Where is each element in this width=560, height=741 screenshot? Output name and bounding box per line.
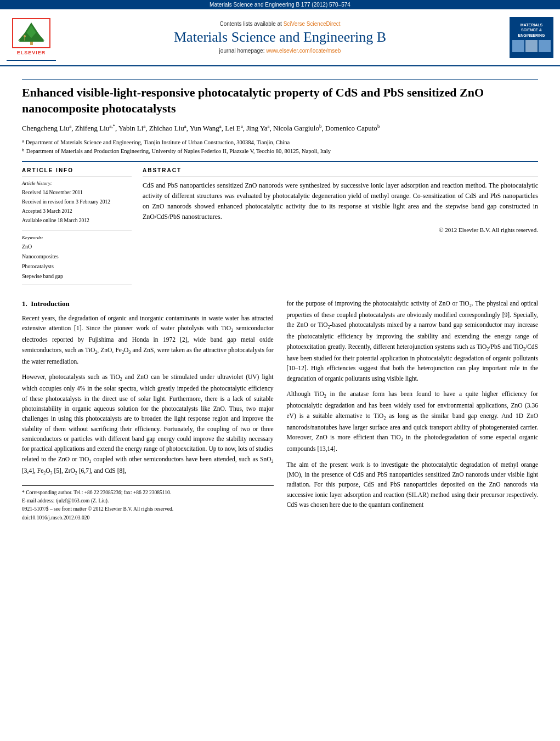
keyword-nanocomposites: Nanocomposites <box>22 252 132 262</box>
footnote-email: E-mail address: tjulzf@163.com (Z. Liu). <box>22 497 274 505</box>
top-divider <box>22 79 538 80</box>
article-info-label: ARTICLE INFO <box>22 167 132 173</box>
history-label: Article history: <box>22 180 132 186</box>
main-content: Enhanced visible-light-responsive photoc… <box>0 66 560 530</box>
abstract-col: ABSTRACT CdS and PbS nanoparticles sensi… <box>143 167 538 289</box>
svg-point-5 <box>24 35 26 37</box>
section-number: 1. <box>22 299 27 308</box>
section-divider <box>22 161 538 162</box>
affiliation-b: ᵇ Department of Materials and Production… <box>22 147 538 156</box>
body-right-col: for the purpose of improving the photoca… <box>287 298 539 522</box>
abstract-label: ABSTRACT <box>143 167 538 173</box>
authors-line: Chengcheng Liua, Zhifeng Liua,*, Yabin L… <box>22 123 538 134</box>
journal-reference-text: Materials Science and Engineering B 177 … <box>210 2 350 8</box>
homepage-url[interactable]: www.elsevier.com/locate/mseb <box>266 48 341 54</box>
keywords-label: Keywords: <box>22 235 132 240</box>
keyword-zno: ZnO <box>22 242 132 252</box>
section-name: Introduction <box>31 299 70 308</box>
body-left-col: 1. Introduction Recent years, the degrad… <box>22 298 274 522</box>
affiliation-a: ᵃ Department of Materials Science and En… <box>22 138 538 147</box>
footnote-star: * Corresponding author. Tel.: +86 22 230… <box>22 489 274 497</box>
available-date: Available online 18 March 2012 <box>22 216 132 225</box>
article-info-col: ARTICLE INFO Article history: Received 1… <box>22 167 132 289</box>
mseb-images <box>512 40 551 52</box>
info-mid-rule <box>22 230 132 230</box>
keyword-stepwise: Stepwise band gap <box>22 271 132 281</box>
copyright-line: © 2012 Elsevier B.V. All rights reserved… <box>143 227 538 233</box>
elsevier-logo: ELSEVIER <box>7 14 56 61</box>
right-para1: for the purpose of improving the photoca… <box>287 298 539 383</box>
elsevier-tree-icon <box>14 20 49 47</box>
mseb-logo: MATERIALS SCIENCE & ENGINEERING <box>504 17 553 58</box>
journal-reference-bar: Materials Science and Engineering B 177 … <box>0 0 560 9</box>
received-date: Received 14 November 2011 <box>22 188 132 197</box>
right-para3: The aim of the present work is to invest… <box>287 460 539 510</box>
info-bottom-rule <box>22 285 132 285</box>
keywords-section: Keywords: ZnO Nanocomposites Photocataly… <box>22 235 132 281</box>
revised-date: Received in revised form 3 February 2012 <box>22 197 132 207</box>
journal-center: Contents lists available at SciVerse Sci… <box>56 21 504 54</box>
journal-title: Materials Science and Engineering B <box>56 29 504 46</box>
mseb-title: MATERIALS SCIENCE & ENGINEERING <box>518 22 545 37</box>
footnote-area: * Corresponding author. Tel.: +86 22 230… <box>22 485 274 522</box>
mseb-logo-box: MATERIALS SCIENCE & ENGINEERING <box>510 17 553 58</box>
abstract-text: CdS and PbS nanoparticles sensitized ZnO… <box>143 180 538 223</box>
intro-para1: Recent years, the degradation of organic… <box>22 313 274 366</box>
body-two-col: 1. Introduction Recent years, the degrad… <box>22 298 538 522</box>
info-abstract-section: ARTICLE INFO Article history: Received 1… <box>22 167 538 289</box>
journal-header: ELSEVIER Contents lists available at Sci… <box>0 9 560 66</box>
elsevier-wordmark: ELSEVIER <box>17 50 46 55</box>
sciverse-link[interactable]: SciVerse ScienceDirect <box>284 21 341 27</box>
abstract-top-rule <box>143 177 538 177</box>
article-title: Enhanced visible-light-responsive photoc… <box>22 85 538 116</box>
affiliations: ᵃ Department of Materials Science and En… <box>22 138 538 156</box>
elsevier-logo-box <box>12 18 50 48</box>
body-content: 1. Introduction Recent years, the degrad… <box>22 298 538 522</box>
intro-para2: However, photocatalysts such as TiO2 and… <box>22 372 274 477</box>
mseb-image-3 <box>539 40 551 52</box>
info-top-rule <box>22 177 132 177</box>
homepage-link-text: journal homepage: www.elsevier.com/locat… <box>56 48 504 54</box>
intro-heading: 1. Introduction <box>22 298 274 310</box>
footnote-issn: 0921-5107/$ – see front matter © 2012 El… <box>22 505 274 513</box>
footnote-doi: doi:10.1016/j.mseb.2012.03.020 <box>22 514 274 522</box>
right-para2: Although TiO2 in the anatase form has be… <box>287 389 539 454</box>
mseb-image-1 <box>512 40 524 52</box>
keyword-photocatalysts: Photocatalysts <box>22 262 132 271</box>
accepted-date: Accepted 3 March 2012 <box>22 207 132 216</box>
mseb-image-2 <box>525 40 538 52</box>
sciverse-text: Contents lists available at SciVerse Sci… <box>56 21 504 27</box>
history-dates: Received 14 November 2011 Received in re… <box>22 188 132 225</box>
